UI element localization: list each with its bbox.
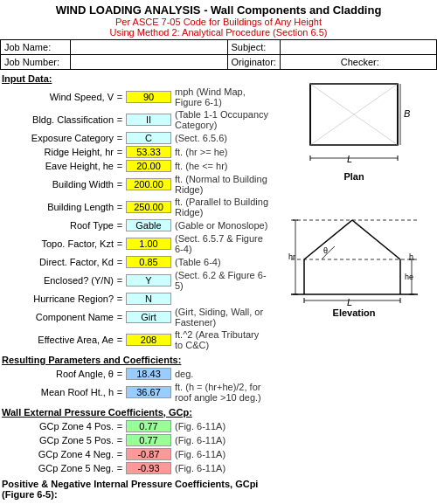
plan-diagram: B L Plan: [293, 75, 415, 182]
job-name-value[interactable]: [71, 40, 228, 55]
plan-svg: B L: [293, 75, 415, 171]
classification-value[interactable]: II: [126, 114, 171, 126]
building-width-value[interactable]: 200.00: [126, 178, 171, 190]
topo-unit: (Sect. 6.5.7 & Figure 6-4): [173, 233, 269, 254]
input-row-classification: Bldg. Classification = II (Table 1-1 Occ…: [0, 108, 271, 131]
topo-value[interactable]: 1.00: [126, 238, 171, 250]
originator-value[interactable]: [284, 57, 337, 67]
svg-text:L: L: [346, 297, 351, 307]
input-row-wind-speed: Wind Speed, V = 90 mph (Wind Map, Figure…: [0, 86, 271, 108]
result-row-mean-roof: Mean Roof Ht., h = 36.67 ft. (h = (hr+he…: [0, 381, 271, 404]
component-label: Component Name: [2, 312, 115, 322]
svg-line-15: [304, 220, 352, 259]
subtitle1: Per ASCE 7-05 Code for Buildings of Any …: [2, 17, 435, 27]
area-value[interactable]: 208: [126, 334, 171, 346]
building-length-unit: ft. (Parallel to Building Ridge): [173, 197, 269, 217]
resulting-section-title: Resulting Parameters and Coefficients:: [0, 351, 271, 367]
hurricane-value[interactable]: N: [126, 293, 171, 305]
input-row-ridge-height: Ridge Height, hr = 53.33 ft. (hr >= he): [0, 145, 271, 159]
exposure-label: Exposure Category: [2, 133, 115, 143]
result-row-roof-angle: Roof Angle, θ = 18.43 deg.: [0, 367, 271, 381]
gcp-z5-neg-label: GCp Zone 5 Neg.: [2, 463, 115, 473]
gcp-z4-pos-row: GCp Zone 4 Pos. = 0.77 (Fig. 6-11A): [0, 419, 271, 433]
input-row-component: Component Name = Girt (Girt, Siding, Wal…: [0, 306, 271, 328]
classification-label: Bldg. Classification: [2, 114, 115, 125]
building-width-label: Building Width: [2, 179, 115, 190]
gcp-z4-pos-unit: (Fig. 6-11A): [173, 421, 225, 432]
gcp-z5-neg-unit: (Fig. 6-11A): [173, 463, 225, 473]
roof-angle-label: Roof Angle, θ: [2, 369, 115, 379]
svg-line-16: [352, 220, 400, 259]
job-name-label: Job Name:: [1, 40, 71, 55]
input-row-building-width: Building Width = 200.00 ft. (Normal to B…: [0, 173, 271, 196]
roof-angle-value: 18.43: [126, 368, 171, 380]
classification-unit: (Table 1-1 Occupancy Category): [173, 109, 269, 130]
exposure-value[interactable]: C: [126, 132, 171, 144]
gcp-z5-pos-unit: (Fig. 6-11A): [173, 435, 225, 445]
roof-type-label: Roof Type: [2, 220, 115, 231]
roof-type-value[interactable]: Gable: [126, 219, 171, 231]
topo-label: Topo. Factor, Kzt: [2, 238, 115, 249]
component-value[interactable]: Girt: [126, 311, 171, 323]
mean-roof-label: Mean Roof Ht., h: [2, 387, 115, 397]
gcp-z5-pos-label: GCp Zone 5 Pos.: [2, 435, 115, 445]
svg-text:he: he: [405, 273, 413, 281]
gcp-z5-neg-value: -0.93: [126, 462, 171, 474]
roof-type-unit: (Gable or Monoslope): [173, 220, 267, 231]
gcp-z4-pos-label: GCp Zone 4 Pos.: [2, 421, 115, 432]
area-unit: ft.^2 (Area Tributary to C&C): [173, 329, 269, 350]
building-length-value[interactable]: 250.00: [126, 201, 171, 213]
input-row-enclosed: Enclosed? (Y/N) = Y (Sect. 6.2 & Figure …: [0, 269, 271, 292]
main-content: Input Data: Wind Speed, V = 90 mph (Wind…: [0, 70, 437, 504]
pressure-section-title: Wall External Pressure Coefficients, GCp…: [0, 404, 271, 419]
originator-checker-cell: Checker:: [281, 55, 438, 70]
input-row-exposure: Exposure Category = C (Sect. 6.5.6): [0, 131, 271, 145]
checker-label: Checker:: [337, 57, 379, 67]
internal-section-title: Positive & Negative Internal Pressure Co…: [0, 475, 271, 501]
input-row-area: Effective Area, Ae = 208 ft.^2 (Area Tri…: [0, 328, 271, 351]
job-number-value[interactable]: [71, 55, 228, 70]
job-info-grid: Job Name: Subject: Job Number: Originato…: [0, 39, 437, 70]
direct-unit: (Table 6-4): [173, 257, 221, 267]
input-row-building-length: Building Length = 250.00 ft. (Parallel t…: [0, 196, 271, 218]
plan-label: Plan: [343, 171, 364, 182]
wind-speed-unit: mph (Wind Map, Figure 6-1): [173, 86, 269, 107]
checker-value[interactable]: [379, 57, 433, 67]
gcp-z4-neg-unit: (Fig. 6-11A): [173, 449, 225, 459]
ridge-height-value[interactable]: 53.33: [126, 146, 171, 158]
eave-height-value[interactable]: 20.00: [126, 160, 171, 172]
direct-value[interactable]: 0.85: [126, 256, 171, 268]
right-panel: B L Plan: [271, 70, 437, 504]
subtitle2: Using Method 2: Analytical Procedure (Se…: [2, 27, 435, 38]
originator-label: Originator:: [228, 55, 281, 70]
job-number-label: Job Number:: [1, 55, 71, 70]
area-label: Effective Area, Ae: [2, 335, 115, 345]
mean-roof-value: 36.67: [126, 386, 171, 398]
elevation-label: Elevation: [333, 307, 376, 318]
gcp-z5-pos-row: GCp Zone 5 Pos. = 0.77 (Fig. 6-11A): [0, 433, 271, 447]
building-length-label: Building Length: [2, 202, 115, 212]
eave-height-label: Eave Height, he: [2, 161, 115, 171]
input-row-direct: Direct. Factor, Kd = 0.85 (Table 6-4): [0, 255, 271, 269]
subject-label: Subject:: [228, 40, 281, 55]
wind-speed-label: Wind Speed, V: [2, 92, 115, 102]
gcp-z5-pos-value: 0.77: [126, 434, 171, 446]
building-width-unit: ft. (Normal to Building Ridge): [173, 174, 269, 195]
enclosed-label: Enclosed? (Y/N): [2, 275, 115, 286]
gcp-z4-neg-label: GCp Zone 4 Neg.: [2, 449, 115, 459]
roof-angle-unit: deg.: [173, 369, 193, 379]
enclosed-value[interactable]: Y: [126, 274, 171, 287]
svg-text:θ: θ: [323, 246, 328, 255]
subject-value[interactable]: [281, 40, 438, 55]
wind-speed-value[interactable]: 90: [126, 91, 171, 103]
gcp-z4-pos-value: 0.77: [126, 420, 171, 432]
direct-label: Direct. Factor, Kd: [2, 257, 115, 267]
main-title: WIND LOADING ANALYSIS - Wall Components …: [2, 3, 435, 17]
enclosed-unit: (Sect. 6.2 & Figure 6-5): [173, 270, 269, 291]
ridge-height-label: Ridge Height, hr: [2, 147, 115, 157]
input-row-eave-height: Eave Height, he = 20.00 ft. (he <= hr): [0, 159, 271, 173]
svg-text:hr: hr: [288, 252, 295, 261]
hurricane-label: Hurricane Region?: [2, 293, 115, 304]
left-panel: Input Data: Wind Speed, V = 90 mph (Wind…: [0, 70, 271, 504]
input-row-hurricane: Hurricane Region? = N: [0, 292, 271, 306]
